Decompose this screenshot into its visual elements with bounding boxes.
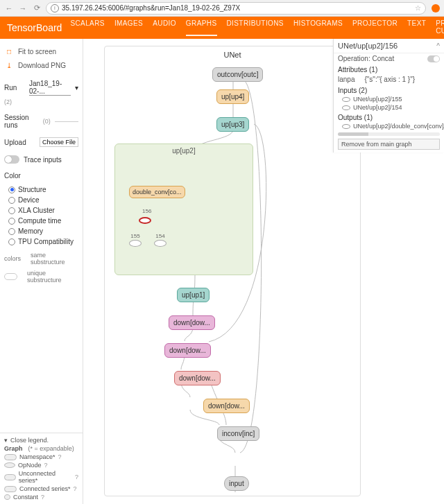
extension-icon[interactable] — [432, 4, 440, 12]
legend-item: Connected series* — [19, 485, 71, 492]
session-select[interactable] — [55, 121, 78, 122]
node-down4[interactable]: down[dow... — [203, 399, 250, 413]
radio-label: Structure — [18, 186, 46, 193]
legend-graph-label: Graph — [4, 445, 23, 452]
tab-distributions[interactable]: DISTRIBUTIONS — [227, 19, 284, 36]
graph-area[interactable]: UNet outconv[outc] up[up4] up[up3] up[up… — [83, 39, 444, 504]
radio-memory[interactable]: Memory — [8, 226, 78, 236]
legend-exp-label: (* = expandable) — [28, 445, 74, 452]
info-input-2[interactable]: UNet/up[up2]/154 — [334, 103, 444, 112]
same-sub-label: same substructure — [31, 252, 78, 266]
radio-compute[interactable]: Compute time — [8, 216, 78, 226]
tab-projector[interactable]: PROJECTOR — [352, 19, 398, 36]
trace-toggle[interactable] — [4, 155, 19, 164]
tab-audio[interactable]: AUDIO — [153, 19, 176, 36]
download-png[interactable]: ⤓ Download PNG — [4, 58, 78, 72]
run-label: Run — [4, 84, 17, 92]
node-inconv[interactable]: inconv[inc] — [217, 426, 259, 441]
choose-file-button[interactable]: Choose File — [40, 137, 78, 147]
forward-icon[interactable]: → — [18, 3, 28, 13]
node-up4[interactable]: up[up4] — [216, 89, 249, 104]
reload-icon[interactable]: ⟳ — [32, 3, 42, 13]
collapse-icon[interactable]: ^ — [436, 42, 440, 50]
url-text: 35.197.26.245:6006/#graphs&run=Jan18_19-… — [62, 4, 240, 12]
tab-scalars[interactable]: SCALARS — [70, 19, 105, 36]
node-outconv[interactable]: outconv[outc] — [212, 67, 263, 82]
radio-label: Memory — [18, 227, 43, 235]
ellipse-icon — [342, 105, 350, 110]
download-label: Download PNG — [18, 62, 66, 69]
tab-images[interactable]: IMAGES — [114, 19, 143, 36]
session-label: Session runs — [4, 114, 39, 129]
back-icon[interactable]: ← — [4, 3, 14, 13]
ellipse-icon — [342, 97, 350, 102]
node-154[interactable] — [154, 240, 166, 247]
legend-item: Unconnected series* — [19, 470, 72, 484]
node-down1[interactable]: down[dow... — [169, 315, 215, 330]
legend-item: OpNode — [18, 462, 42, 469]
info-attr-key: lanpa — [338, 76, 355, 83]
node-down3[interactable]: down[dow... — [174, 371, 221, 385]
tab-bar: SCALARS IMAGES AUDIO GRAPHS DISTRIBUTION… — [70, 19, 444, 36]
node-input[interactable]: input — [224, 476, 249, 491]
tensorboard-header: TensorBoard SCALARS IMAGES AUDIO GRAPHS … — [0, 17, 444, 39]
remove-button[interactable]: Remove from main graph — [338, 139, 440, 150]
upload-label: Upload — [4, 139, 26, 146]
color-label: Color — [4, 172, 21, 180]
url-bar[interactable]: i 35.197.26.245:6006/#graphs&run=Jan18_1… — [46, 2, 426, 15]
sidebar: □ Fit to screen ⤓ Download PNG Run Jan18… — [0, 39, 83, 504]
info-operation: Operation: Concat — [338, 55, 394, 62]
close-legend-label: Close legend. — [10, 437, 49, 444]
node-info-panel: UNet/up[up2]/156 ^ Operation: Concat Att… — [333, 39, 444, 153]
colors-label: colors — [4, 255, 21, 262]
fit-label: Fit to screen — [18, 48, 56, 55]
radio-tpu[interactable]: TPU Compatibility — [8, 236, 78, 247]
legend-item: Namespace* — [19, 453, 56, 460]
node-up3[interactable]: up[up3] — [216, 117, 249, 132]
info-scrollbar[interactable] — [338, 132, 440, 136]
tab-text[interactable]: TEXT — [407, 19, 426, 36]
download-icon: ⤓ — [4, 60, 14, 70]
legend: ▾Close legend. Graph(* = expandable) Nam… — [0, 433, 83, 504]
node-up2-title: up[up2] — [172, 147, 195, 155]
close-legend[interactable]: ▾Close legend. — [4, 436, 78, 444]
radio-structure[interactable]: Structure — [8, 184, 78, 195]
info-toggle[interactable] — [427, 55, 440, 62]
run-select[interactable]: Jan18_19-02-... — [29, 80, 71, 96]
info-attr-val: {"s":"{ axis : 1 }"} — [364, 76, 415, 83]
color-chip — [4, 273, 17, 280]
tensorboard-logo: TensorBoard — [7, 22, 62, 33]
session-count: (0) — [43, 118, 51, 125]
chevron-down-icon[interactable]: ▾ — [75, 84, 78, 92]
info-outputs-head: Outputs (1) — [334, 112, 444, 122]
unique-sub-label: unique substructure — [27, 270, 78, 284]
node-double-conv[interactable]: double_conv[co... — [129, 186, 185, 198]
chevron-down-icon: ▾ — [4, 437, 8, 444]
node-up2-expanded[interactable]: up[up2] double_conv[co... 156 — [114, 144, 253, 275]
trace-label: Trace inputs — [24, 156, 62, 164]
radio-label: XLA Cluster — [18, 207, 55, 214]
graph-canvas[interactable]: UNet outconv[outc] up[up4] up[up3] up[up… — [104, 46, 361, 496]
info-icon: i — [51, 4, 59, 12]
node-down2[interactable]: down[dow... — [164, 343, 211, 358]
legend-item: Constant — [13, 494, 38, 501]
info-output-1[interactable]: UNet/up[up2]/double_conv[conv]/Se — [334, 122, 444, 130]
node-up1[interactable]: up[up1] — [177, 288, 210, 302]
star-icon[interactable]: ☆ — [415, 4, 421, 12]
radio-xla[interactable]: XLA Cluster — [8, 205, 78, 216]
fit-icon: □ — [4, 46, 14, 56]
tab-graphs[interactable]: GRAPHS — [186, 19, 217, 36]
node-156-selected[interactable] — [139, 217, 151, 224]
graph-title: UNet — [223, 51, 241, 59]
info-input-1[interactable]: UNet/up[up2]/155 — [334, 95, 444, 103]
tab-histograms[interactable]: HISTOGRAMS — [293, 19, 343, 36]
info-inputs-head: Inputs (2) — [334, 85, 444, 95]
browser-bar: ← → ⟳ i 35.197.26.245:6006/#graphs&run=J… — [0, 0, 444, 17]
radio-label: Device — [18, 196, 40, 204]
tab-prcurves[interactable]: PR CURVES — [436, 19, 444, 36]
ellipse-icon — [342, 124, 350, 129]
radio-device[interactable]: Device — [8, 195, 78, 205]
node-155[interactable] — [129, 240, 142, 247]
fit-screen[interactable]: □ Fit to screen — [4, 44, 78, 58]
run-count: (2) — [4, 98, 12, 105]
